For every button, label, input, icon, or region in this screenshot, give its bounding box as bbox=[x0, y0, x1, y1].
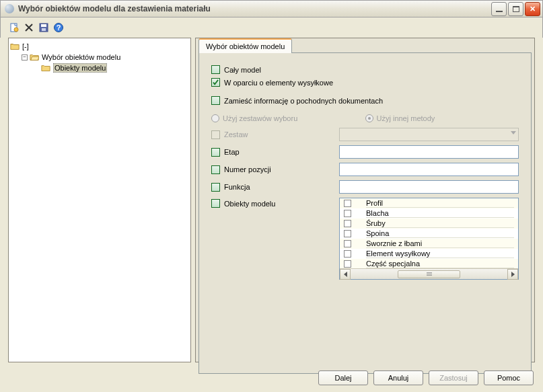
label-position-no: Numer pozycji bbox=[224, 165, 271, 173]
scroll-left-button[interactable] bbox=[340, 269, 351, 280]
checkbox-item[interactable] bbox=[344, 210, 351, 217]
checkbox-item[interactable] bbox=[344, 230, 351, 237]
cancel-button-label: Anuluj bbox=[388, 374, 409, 382]
input-function[interactable] bbox=[339, 180, 519, 194]
scroll-right-button[interactable] bbox=[507, 269, 518, 280]
checkbox-item[interactable] bbox=[344, 200, 351, 207]
checkbox-position-no[interactable] bbox=[211, 165, 220, 174]
delete-icon[interactable] bbox=[24, 22, 34, 33]
list-item[interactable]: Element wysyłkowy bbox=[340, 249, 518, 259]
label-whole-model: Cały model bbox=[224, 66, 261, 74]
input-stage[interactable] bbox=[339, 145, 519, 159]
list-item-label: Blacha bbox=[366, 209, 514, 218]
list-item[interactable]: Blacha bbox=[340, 208, 518, 219]
toolbar: ? bbox=[0, 17, 543, 38]
checkbox-include-info[interactable] bbox=[211, 96, 220, 105]
list-item-label: Sworznie z łbami bbox=[366, 239, 514, 248]
radio-use-selection-sets bbox=[211, 114, 219, 122]
horizontal-scrollbar[interactable] bbox=[340, 268, 518, 279]
folder-open-icon bbox=[30, 53, 39, 61]
input-position-no[interactable] bbox=[339, 163, 519, 176]
checkbox-function[interactable] bbox=[211, 183, 220, 192]
window-title: Wybór obiektów modelu dla zestawienia ma… bbox=[18, 4, 490, 13]
list-item[interactable]: Śruby bbox=[340, 219, 518, 229]
list-item-label: Element wysyłkowy bbox=[366, 249, 514, 258]
checkbox-stage[interactable] bbox=[211, 148, 220, 157]
maximize-button[interactable] bbox=[508, 2, 523, 16]
tree-grandchild[interactable]: Obiekty modelu bbox=[33, 63, 189, 73]
label-use-selection-sets: Użyj zestawów wyboru bbox=[223, 114, 297, 122]
label-set: Zestaw bbox=[224, 130, 248, 139]
model-objects-list[interactable]: Profil Blacha Śruby Spoina Sworznie z łb… bbox=[339, 198, 519, 280]
content-panel: Wybór obiektów modelu Cały model W oparc… bbox=[195, 38, 535, 362]
apply-button: Zastosuj bbox=[429, 370, 478, 385]
svg-text:?: ? bbox=[57, 24, 61, 32]
minimize-button[interactable] bbox=[491, 2, 507, 16]
radio-use-other-method bbox=[365, 114, 373, 122]
collapse-icon[interactable]: − bbox=[22, 54, 28, 61]
next-button-label: Dalej bbox=[334, 374, 351, 382]
title-bar: Wybór obiektów modelu dla zestawienia ma… bbox=[0, 0, 543, 17]
scroll-thumb[interactable] bbox=[398, 270, 460, 278]
label-use-other-method: Użyj innej metody bbox=[377, 114, 435, 122]
tree-child[interactable]: − Wybór obiektów modelu Obiekty modelu bbox=[22, 52, 189, 73]
list-item[interactable]: Profil bbox=[340, 198, 518, 208]
list-item-label: Część specjalna bbox=[366, 260, 514, 268]
checkbox-item[interactable] bbox=[344, 220, 351, 227]
checkbox-shipping-elements[interactable] bbox=[211, 78, 220, 87]
tree-grandchild-label[interactable]: Obiekty modelu bbox=[53, 63, 107, 73]
svg-point-1 bbox=[14, 28, 18, 32]
list-item[interactable]: Część specjalna bbox=[340, 259, 518, 268]
new-icon[interactable] bbox=[9, 22, 20, 33]
list-item-label: Śruby bbox=[366, 219, 514, 228]
tab-strip: Wybór obiektów modelu bbox=[198, 38, 532, 53]
tree-panel[interactable]: [-] − Wybór obiektów modelu O bbox=[8, 38, 191, 362]
list-item-label: Spoina bbox=[366, 229, 514, 238]
help-button-label: Pomoc bbox=[497, 374, 520, 382]
label-shipping-elements: W oparciu o elementy wysyłkowe bbox=[224, 79, 333, 87]
main-area: [-] − Wybór obiektów modelu O bbox=[8, 38, 535, 362]
dropdown-set bbox=[339, 128, 519, 141]
tab-model-objects[interactable]: Wybór obiektów modelu bbox=[198, 38, 292, 53]
list-item[interactable]: Spoina bbox=[340, 229, 518, 239]
checkbox-model-objects[interactable] bbox=[211, 199, 220, 208]
checkbox-whole-model[interactable] bbox=[211, 65, 220, 74]
tree-child-label[interactable]: Wybór obiektów modelu bbox=[42, 53, 120, 61]
checkbox-item[interactable] bbox=[344, 250, 351, 258]
button-bar: Dalej Anuluj Zastosuj Pomoc bbox=[9, 370, 534, 385]
cancel-button[interactable]: Anuluj bbox=[373, 370, 423, 385]
close-button[interactable]: ✕ bbox=[525, 2, 540, 16]
arrow-right-icon bbox=[511, 272, 515, 277]
chevron-down-icon bbox=[511, 131, 516, 134]
help-button[interactable]: Pomoc bbox=[484, 370, 534, 385]
checkbox-set bbox=[211, 130, 220, 139]
save-icon[interactable] bbox=[38, 22, 49, 33]
tab-body: Cały model W oparciu o elementy wysyłkow… bbox=[198, 52, 532, 374]
list-item[interactable]: Sworznie z łbami bbox=[340, 239, 518, 249]
folder-icon bbox=[10, 42, 20, 50]
scroll-track[interactable] bbox=[351, 269, 507, 280]
checkbox-item[interactable] bbox=[344, 240, 351, 247]
help-icon[interactable]: ? bbox=[53, 22, 64, 33]
tree-root[interactable]: [-] − Wybór obiektów modelu O bbox=[10, 41, 189, 73]
arrow-left-icon bbox=[344, 272, 347, 277]
label-include-info: Zamieść informację o pochodnych dokument… bbox=[224, 97, 383, 105]
apply-button-label: Zastosuj bbox=[439, 374, 468, 382]
tab-label: Wybór obiektów modelu bbox=[206, 42, 285, 50]
folder-icon bbox=[41, 64, 50, 72]
label-stage: Etap bbox=[224, 148, 240, 156]
svg-rect-4 bbox=[42, 28, 46, 31]
label-function: Funkcja bbox=[224, 183, 250, 191]
svg-rect-3 bbox=[41, 24, 46, 27]
next-button[interactable]: Dalej bbox=[318, 370, 368, 385]
app-icon bbox=[5, 4, 14, 13]
label-model-objects: Obiekty modelu bbox=[224, 200, 275, 208]
list-item-label: Profil bbox=[366, 199, 514, 208]
checkbox-item[interactable] bbox=[344, 260, 351, 268]
tree-root-label[interactable]: [-] bbox=[22, 42, 29, 50]
